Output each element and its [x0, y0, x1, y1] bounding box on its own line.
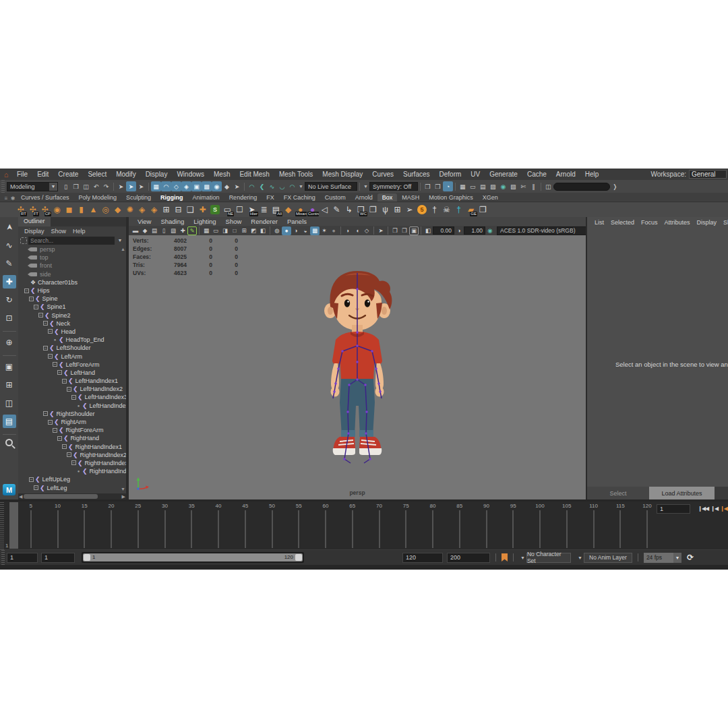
viewport-settings-icon[interactable]: ▣ — [409, 226, 419, 235]
shelf-tab-poly-modeling[interactable]: Poly Modeling — [74, 193, 122, 202]
wc-icon[interactable]: ❒WC — [355, 204, 367, 216]
tree-item-persp[interactable]: persp — [18, 245, 126, 253]
shelf-tab-custom[interactable]: Custom — [320, 193, 351, 202]
step-back-frame-button[interactable]: ❙◀ — [710, 504, 719, 513]
viewport-menu-view[interactable]: View — [133, 218, 156, 225]
menu-file[interactable]: File — [12, 171, 32, 178]
shaded-display-icon[interactable]: ● — [282, 226, 291, 235]
blend-shape-icon[interactable]: ≣ — [258, 204, 270, 216]
tree-item-neck[interactable]: −❮Neck — [18, 320, 126, 328]
render-settings-icon[interactable]: ▨ — [488, 181, 498, 191]
tree-item-spine2[interactable]: −❮Spine2 — [18, 311, 126, 320]
tree-item-headtop-end[interactable]: ●❮HeadTop_End — [18, 336, 126, 344]
poly-disc-icon[interactable]: ✺ — [124, 204, 135, 216]
occlusion-icon[interactable]: ◒ — [301, 226, 310, 235]
character-model[interactable] — [310, 268, 404, 474]
playback-end-field[interactable]: 120 — [402, 553, 443, 563]
time-slider-grip[interactable] — [0, 502, 4, 549]
tree-item-rightforearm[interactable]: −❮RightForeArm — [18, 426, 126, 434]
redirect-icon[interactable]: ↳ — [343, 204, 355, 216]
shelf-tab-fx-caching[interactable]: FX Caching — [279, 193, 320, 202]
playback-start-field[interactable]: 1 — [41, 553, 75, 563]
shelf-tab-curves-surfaces[interactable]: Curves / Surfaces — [16, 193, 74, 202]
expand-toggle-icon[interactable]: − — [71, 395, 76, 400]
isolate-select-icon[interactable]: ◗ — [343, 226, 353, 235]
anim-layer-caret-icon[interactable]: ▼ — [576, 555, 584, 560]
select-object-icon[interactable]: ➤ — [126, 181, 136, 191]
viewport-menu-show[interactable]: Show — [221, 218, 247, 225]
node-editor-icon[interactable]: ▭NE — [222, 204, 233, 216]
gamma-field[interactable]: 1.00 — [464, 226, 485, 235]
lattice-icon[interactable]: ⊞ — [160, 204, 172, 216]
mixamo-icon[interactable]: ●Mixamo — [295, 204, 306, 216]
bookmarks-icon[interactable]: ▯ — [159, 226, 169, 235]
expand-toggle-icon[interactable]: − — [24, 289, 29, 293]
make-live-icon[interactable]: ▩ — [202, 181, 212, 191]
layout-two-pane[interactable]: ◫ — [3, 396, 16, 410]
wireframe-icon[interactable]: ▦ — [202, 226, 211, 235]
tree-item-lefthandindex1[interactable]: −❮LeftHandIndex1 — [18, 377, 126, 385]
select-component-icon[interactable]: ➤ — [136, 181, 146, 191]
tree-item-character01bs[interactable]: ❖Character01bs — [18, 278, 126, 286]
expand-toggle-icon[interactable]: − — [43, 321, 48, 326]
scale-tool[interactable]: ⊡ — [3, 311, 16, 325]
default-material-icon[interactable]: □ — [230, 226, 239, 235]
hscroll-thumb[interactable] — [24, 494, 98, 499]
open-scene-icon[interactable]: ❒ — [71, 181, 81, 191]
paint-select-tool[interactable]: ✎ — [3, 257, 16, 270]
menu-curves[interactable]: Curves — [367, 171, 398, 178]
lock-camera-icon[interactable]: ◆ — [140, 226, 150, 235]
outliner-menu-show[interactable]: Show — [49, 228, 69, 235]
search-options-icon[interactable]: ▼ — [116, 238, 124, 243]
open-graph-editor-icon[interactable]: ❒ — [433, 181, 443, 191]
viewport-menu-renderer[interactable]: Renderer — [246, 218, 282, 225]
range-end-handle[interactable] — [295, 554, 302, 561]
ae-menu-show[interactable]: Show — [720, 219, 728, 226]
pan-zoom-icon[interactable]: ✚ — [178, 226, 187, 235]
ae-menu-display[interactable]: Display — [694, 219, 721, 226]
character-set-caret-icon[interactable]: ▼ — [519, 555, 526, 560]
boolean-icon[interactable]: ◈ — [136, 204, 148, 216]
substance-icon[interactable]: S — [210, 205, 220, 214]
open-outliner-icon[interactable]: ❒ — [423, 181, 433, 191]
tree-item-rightarm[interactable]: −❮RightArm — [18, 418, 126, 426]
pick-walk-icon[interactable]: ➢ — [404, 204, 415, 216]
expand-toggle-icon[interactable]: − — [29, 297, 34, 301]
pause-viewport-icon[interactable]: ∥ — [528, 181, 539, 191]
view-transform-icon[interactable]: ◉ — [485, 226, 495, 235]
textured-icon[interactable]: ◨ — [220, 226, 230, 235]
tree-item-leftleg[interactable]: −❮LeftLeg — [18, 483, 126, 491]
expand-icon[interactable]: ❭ — [610, 181, 620, 191]
lattice-select-icon[interactable]: ⊞ — [392, 204, 403, 216]
control-diamond-icon[interactable]: ◆ — [282, 204, 294, 216]
time-slider[interactable]: 5101520253035404550556065707580859095100… — [0, 502, 728, 549]
tree-item-lefthandindex3[interactable]: −❮LeftHandIndex3 — [18, 393, 126, 401]
menu-mesh-tools[interactable]: Mesh Tools — [274, 171, 317, 178]
menu-modify[interactable]: Modify — [111, 171, 140, 178]
object-details-icon[interactable]: ➤ — [376, 226, 386, 235]
menu-edit-mesh[interactable]: Edit Mesh — [235, 171, 274, 178]
menu-create[interactable]: Create — [53, 171, 83, 178]
skull-icon[interactable]: ☠ — [441, 204, 452, 216]
range-start-handle[interactable] — [84, 554, 90, 561]
zoom-tool[interactable] — [5, 439, 13, 446]
scroll-left-icon[interactable]: ◀ — [19, 494, 22, 499]
menu-generate[interactable]: Generate — [485, 171, 522, 178]
range-slider-bar-inner[interactable] — [83, 553, 303, 562]
select-tool[interactable]: ➤ — [3, 220, 16, 234]
viewport-canvas[interactable]: Verts:400200Edges:800700Faces:402500Tris… — [129, 235, 586, 499]
expand-toggle-icon[interactable]: − — [48, 354, 53, 359]
current-time-marker[interactable] — [9, 502, 18, 549]
menu-display[interactable]: Display — [141, 171, 173, 178]
magnet-icon[interactable]: ◁ — [319, 204, 330, 216]
lasso-tool[interactable]: ∿ — [3, 239, 16, 252]
snap-together-icon[interactable]: ◉ — [212, 181, 222, 191]
default-light-icon[interactable]: ✶ — [320, 226, 329, 235]
tree-item-lefthand[interactable]: −❮LeftHand — [18, 369, 126, 377]
expand-toggle-icon[interactable]: − — [34, 305, 38, 309]
xray-joints-icon[interactable]: ◇ — [362, 226, 371, 235]
image-plane-icon[interactable]: ▨ — [169, 226, 178, 235]
toolbar-grip[interactable] — [1, 180, 5, 193]
menu-arnold[interactable]: Arnold — [551, 171, 580, 178]
menu-mesh-display[interactable]: Mesh Display — [317, 171, 367, 178]
